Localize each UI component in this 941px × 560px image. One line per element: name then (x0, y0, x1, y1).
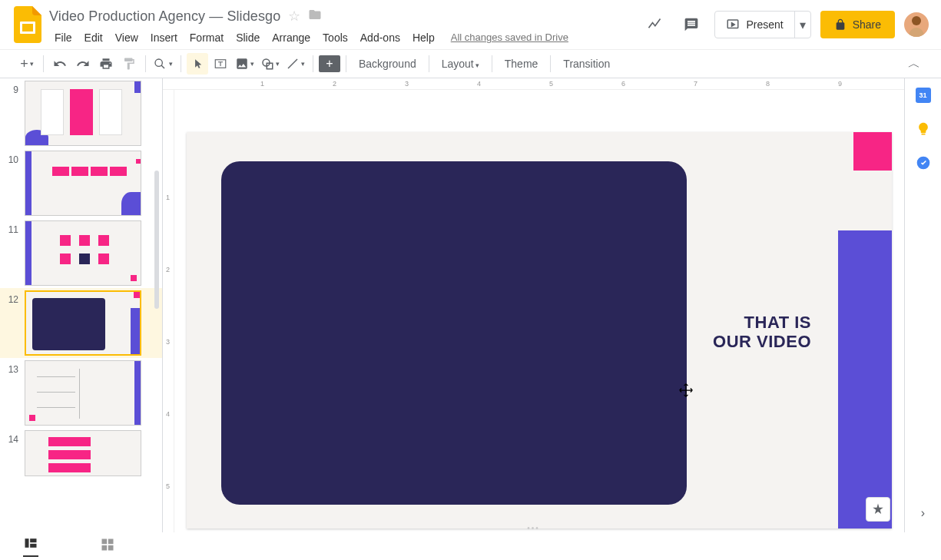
print-button[interactable] (95, 53, 117, 75)
slide-title-text[interactable]: THAT IS OUR VIDEO (713, 313, 811, 352)
slide-thumb-14[interactable]: 14 (0, 428, 162, 479)
svg-rect-15 (108, 545, 114, 551)
navy-video-placeholder[interactable] (221, 161, 687, 505)
explore-button[interactable] (866, 497, 890, 522)
move-cursor-icon (678, 383, 694, 401)
menu-format[interactable]: Format (184, 28, 229, 47)
menu-view[interactable]: View (110, 28, 144, 47)
account-avatar[interactable] (904, 12, 929, 37)
star-icon[interactable]: ☆ (288, 8, 300, 25)
purple-sidebar-shape[interactable] (838, 230, 892, 529)
menu-tools[interactable]: Tools (317, 28, 353, 47)
present-dropdown[interactable]: ▾ (795, 12, 810, 38)
filmstrip[interactable]: 9 10 11 (0, 78, 162, 532)
menu-insert[interactable]: Insert (145, 28, 183, 47)
menu-addons[interactable]: Add-ons (355, 28, 406, 47)
pink-accent-shape[interactable] (853, 132, 892, 171)
side-panel-collapse-icon[interactable]: › (921, 506, 925, 520)
app-header: Video Production Agency — Slidesgo ☆ Fil… (0, 0, 941, 49)
svg-point-4 (155, 59, 162, 66)
background-button[interactable]: Background (351, 55, 424, 73)
comments-icon[interactable] (678, 11, 705, 38)
transition-button[interactable]: Transition (555, 55, 618, 73)
svg-rect-11 (30, 544, 36, 548)
present-label: Present (746, 18, 783, 31)
menu-help[interactable]: Help (407, 28, 440, 47)
move-folder-icon[interactable] (308, 8, 322, 25)
svg-rect-10 (30, 538, 36, 542)
save-status[interactable]: All changes saved in Drive (451, 31, 568, 43)
comment-tool[interactable]: + (319, 55, 340, 72)
horizontal-ruler: 1 2 3 4 5 6 7 8 9 (163, 78, 904, 90)
slide-thumb-9[interactable]: 9 (0, 78, 162, 148)
share-button[interactable]: Share (820, 11, 895, 38)
svg-rect-14 (102, 545, 108, 551)
tasks-addon-icon[interactable] (916, 155, 931, 171)
activity-icon[interactable] (641, 11, 668, 38)
side-panel: 31 › (904, 78, 941, 532)
filmstrip-view-icon[interactable] (23, 535, 38, 557)
calendar-addon-icon[interactable]: 31 (916, 88, 931, 103)
theme-button[interactable]: Theme (497, 55, 546, 73)
svg-rect-1 (22, 24, 33, 31)
select-tool[interactable] (187, 53, 208, 75)
slides-logo[interactable] (12, 9, 43, 40)
slide-thumb-11[interactable]: 11 (0, 218, 162, 288)
toolbar: +▾ ▾ ▾ ▾ ▾ + Background Layout▾ Theme Tr… (0, 49, 941, 78)
textbox-tool[interactable] (210, 53, 231, 75)
slide-thumb-13[interactable]: 13 (0, 358, 162, 428)
canvas-area: 1 2 3 4 5 6 7 8 9 1 2 3 4 5 THAT IS OUR (162, 78, 904, 532)
svg-rect-13 (108, 539, 114, 545)
menu-slide[interactable]: Slide (230, 28, 265, 47)
present-button[interactable]: Present ▾ (714, 11, 810, 38)
collapse-toolbar-icon[interactable]: ︿ (903, 53, 925, 75)
svg-point-3 (912, 16, 921, 25)
undo-button[interactable] (49, 53, 71, 75)
layout-button[interactable]: Layout▾ (434, 55, 487, 73)
zoom-button[interactable]: ▾ (151, 53, 175, 75)
shape-tool[interactable]: ▾ (258, 53, 282, 75)
doc-title[interactable]: Video Production Agency — Slidesgo (49, 8, 280, 25)
menu-edit[interactable]: Edit (79, 28, 108, 47)
svg-rect-12 (102, 539, 108, 545)
image-tool[interactable]: ▾ (233, 53, 257, 75)
redo-button[interactable] (72, 53, 94, 75)
menu-arrange[interactable]: Arrange (267, 28, 316, 47)
speaker-notes-handle[interactable]: ••• (527, 524, 540, 532)
menu-file[interactable]: File (49, 28, 78, 47)
bottom-bar (0, 532, 941, 560)
paint-format-button[interactable] (118, 53, 140, 75)
share-label: Share (853, 18, 881, 31)
slide-thumb-12[interactable]: 12 (0, 288, 162, 358)
svg-rect-9 (25, 538, 29, 548)
grid-view-icon[interactable] (100, 537, 115, 555)
slide-canvas[interactable]: THAT IS OUR VIDEO (187, 132, 892, 529)
keep-addon-icon[interactable] (916, 121, 931, 137)
line-tool[interactable]: ▾ (283, 53, 307, 75)
menu-bar: File Edit View Insert Format Slide Arran… (49, 28, 641, 47)
filmstrip-scrollbar[interactable] (154, 171, 159, 309)
slide-thumb-10[interactable]: 10 (0, 148, 162, 218)
new-slide-button[interactable]: +▾ (16, 53, 38, 75)
